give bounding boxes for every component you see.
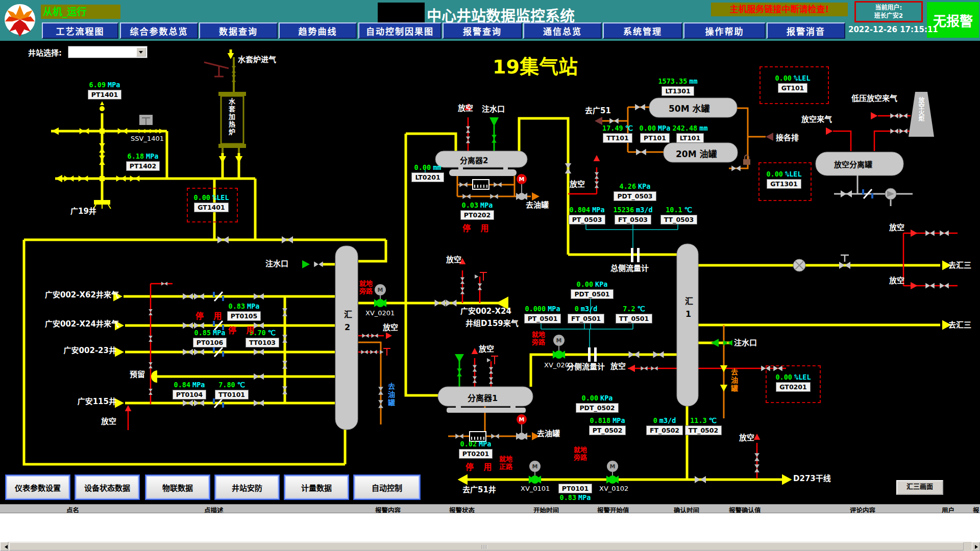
local-bypass-label: 就地旁路 <box>574 446 591 461</box>
manifold1-label: 汇1 <box>682 297 694 323</box>
heater-inlet-label: 水套炉进气 <box>238 54 276 64</box>
heater-label: 水套加热炉 <box>227 98 236 136</box>
valve-icon[interactable] <box>282 236 293 243</box>
vent-label: 放空 <box>383 321 398 332</box>
btn-auto-control[interactable]: 自动控制 <box>353 474 421 500</box>
instrument-pt0201: 0.02MPaPT0201 <box>448 440 503 459</box>
oil-tank-label: 20M 油罐 <box>676 147 717 160</box>
vent-separator-drain <box>834 175 913 206</box>
xv0101-label: XV_0101 <box>521 485 550 492</box>
instrument-pt0202: 0.03MPaPT0202 <box>450 201 505 220</box>
scroll-left-button[interactable] <box>0 542 8 551</box>
alarm-table-header: 点名 点描述 报警内容 报警状态 开始时间 报警开始值 确认时间 报警确认值 评… <box>0 504 980 513</box>
dropdown-arrow-icon[interactable] <box>136 47 146 57</box>
to-g51-label: 去广51 <box>585 105 611 115</box>
local-bypass-label: 就地旁路 <box>359 280 377 295</box>
alarm-list[interactable] <box>0 513 980 542</box>
valve-icon[interactable] <box>653 351 664 358</box>
d159-label-line1: 广安002-X24 <box>460 305 511 316</box>
manifold1-vessel <box>677 244 698 406</box>
xv0201-vent-fittings <box>459 258 487 294</box>
svg-text:M: M <box>519 416 525 423</box>
valve-icon[interactable] <box>217 236 229 243</box>
instrument-pdt0501: 0.00KPaPDT_0501 <box>565 280 620 299</box>
vent-label: 放空 <box>570 178 585 189</box>
instrument-gt101: 0.00%LELGT101 <box>765 74 820 93</box>
xv0101-valve[interactable]: M <box>529 461 541 484</box>
well-label-115: 广安115井 <box>45 395 116 406</box>
ssv1401-label: SSV_1401 <box>131 135 164 142</box>
to-oil-tank-label: 去油罐 <box>729 368 739 393</box>
vent-label: 放空 <box>458 102 473 113</box>
scrollbar-thumb[interactable] <box>9 542 964 550</box>
pump-icon <box>885 188 896 199</box>
xv0202-valve[interactable]: M <box>553 335 565 359</box>
vent-label: 放空 <box>446 254 461 264</box>
stopped-label: 停 用 <box>462 221 493 234</box>
vent-label: 放空 <box>610 360 626 371</box>
manifold2-vessel <box>335 246 358 430</box>
vent-label: 放空 <box>889 274 904 285</box>
vent-label: 放空 <box>101 415 116 426</box>
vent-gas-label: 放空来气 <box>801 113 832 124</box>
btn-station-security[interactable]: 井站安防 <box>214 474 280 500</box>
instrument-gt1301: 0.00%LELGT1301 <box>756 170 812 189</box>
local-bypass-label: 就地旁路 <box>532 331 549 346</box>
btn-iot-data[interactable]: 物联数据 <box>145 474 210 500</box>
lp-vent-gas-label: 低压放空来气 <box>851 92 897 103</box>
svg-text:M: M <box>556 337 562 344</box>
instrument-tt0503: 10.1℃TT_0503 <box>651 206 706 224</box>
valve-icon[interactable] <box>314 261 323 267</box>
vent-label: 放空 <box>739 432 754 442</box>
instrument-tt0501: 7.2℃TT_0501 <box>606 305 662 323</box>
to-oil-tank-label: 去油罐 <box>537 428 560 438</box>
separator1-drain: M <box>455 414 540 441</box>
instrument-pt1401: 6.09MPaPT1401 <box>77 81 132 99</box>
vent-label: 放空 <box>889 221 904 232</box>
local-main-label: 就地正路 <box>499 455 517 470</box>
station-title: 19集气站 <box>493 51 578 79</box>
horizontal-scrollbar[interactable] <box>0 542 980 551</box>
vent-label: 放空 <box>479 343 494 354</box>
instrument-tt0502: 11.3℃TT_0502 <box>676 416 731 435</box>
well-label-x24: 广安002-X24井来气 <box>45 318 116 329</box>
manifold1-right-fittings <box>711 230 951 392</box>
btn-device-status[interactable]: 设备状态数据 <box>75 474 140 500</box>
well-label-x62: 广安002-X62井来气 <box>45 289 116 299</box>
instrument-pt0101: PT01010.83MPa <box>548 483 603 502</box>
instrument-gt0201: 0.00%LELGT0201 <box>766 373 821 392</box>
btn-instrument-params[interactable]: 仪表参数设置 <box>5 474 70 500</box>
instrument-pdt0503: 4.26KPaPDT_0503 <box>607 182 663 201</box>
to-oil-tank-label: 去油罐 <box>386 383 396 407</box>
btn-metering-data[interactable]: 计量数据 <box>284 474 349 500</box>
to-hui3-label: 去汇三 <box>948 259 971 270</box>
xv0102-label: XV_0102 <box>599 485 628 492</box>
instrument-lt0201: 0.00mmLT0201 <box>400 163 455 182</box>
instrument-lt101: 242.48mmLT101 <box>663 124 718 143</box>
valve-icon[interactable] <box>629 351 640 358</box>
xv0102-valve[interactable]: M <box>606 461 619 484</box>
station-select-dropdown[interactable] <box>68 46 148 58</box>
water-injection-label: 注水口 <box>734 337 757 347</box>
separator1-label: 分离器1 <box>468 391 498 404</box>
stopped-label: 停 用 <box>465 460 496 472</box>
well-label-23: 广安002-23井 <box>45 344 116 355</box>
d159-label-line2: 井组D159来气 <box>465 317 519 328</box>
water-injection-label: 注水口 <box>265 258 288 268</box>
petrochina-logo-icon <box>1 1 39 40</box>
to-hui3-label: 去汇三 <box>948 319 971 330</box>
injection-arrow-icon <box>302 260 310 268</box>
to-g51-well-label: 去广51井 <box>462 484 496 494</box>
instrument-pt1402: 6.18MPaPT1402 <box>115 152 170 171</box>
vent-separator-label: 放空分离罐 <box>834 159 872 169</box>
scroll-right-button[interactable] <box>972 542 980 551</box>
flare-label: 放空火炬 <box>917 97 925 121</box>
water-tank-label: 50M 水罐 <box>669 102 710 114</box>
hui3-screen-button[interactable]: 汇三画面 <box>896 480 943 495</box>
svg-text:M: M <box>519 176 525 183</box>
svg-text:M: M <box>532 463 538 470</box>
total-meter-label: 总侧流量计 <box>610 262 649 273</box>
mixer-icon <box>793 259 805 271</box>
scada-main-window: M M <box>0 0 980 551</box>
instrument-pt0502: 0.818MPaPT_0502 <box>580 416 635 435</box>
